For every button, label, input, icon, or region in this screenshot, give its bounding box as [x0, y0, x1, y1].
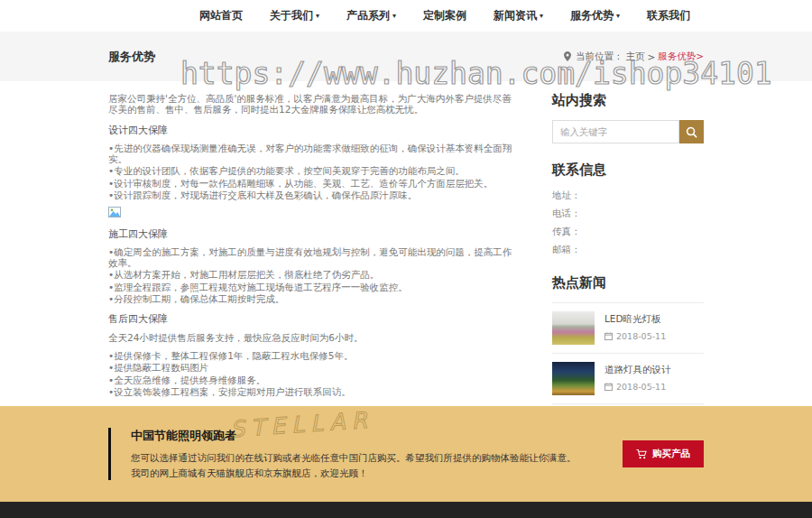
top-nav-bar: 网站首页 关于我们 ▾ 产品系列 ▾ 定制案例 新闻资讯 ▾ 服务优势 ▾ 联系…	[0, 0, 812, 32]
nav-item-label: 新闻资讯	[494, 8, 537, 23]
nav-item-label: 服务优势	[570, 8, 614, 23]
chevron-down-icon: ▾	[316, 12, 319, 20]
nav-item-label: 关于我们	[270, 8, 313, 23]
chevron-down-icon: ▾	[616, 12, 620, 20]
bullet-item: •先进的仪器确保现场测量准确无误，对客户的功能需求做细致的征询，确保设计基本资料…	[108, 143, 520, 165]
section-heading: 施工四大保障	[108, 229, 520, 241]
contact-line: 传真：	[552, 226, 704, 238]
footer	[0, 502, 812, 518]
bullet-item: •提供保修卡，整体工程保修1年，隐蔽工程水电保修5年。	[108, 350, 520, 361]
contact-line: 电话：	[552, 208, 704, 220]
chevron-down-icon: ▾	[540, 12, 543, 20]
main-nav: 网站首页 关于我们 ▾ 产品系列 ▾ 定制案例 新闻资讯 ▾ 服务优势 ▾ 联系…	[108, 8, 704, 23]
banner-description: 您可以选择通过访问我们的在线订购或者光临任意中国门店购买。希望我们所提供的购物体…	[131, 450, 582, 480]
news-item[interactable]: 道路灯具的设计 2018-05-11	[552, 353, 704, 403]
nav-item[interactable]: 服务优势 ▾	[557, 8, 633, 23]
search-button[interactable]	[679, 120, 704, 143]
contact-section-title: 联系信息	[552, 162, 704, 179]
buy-button-label: 购买产品	[652, 448, 690, 460]
bullet-item: •设计跟踪制度，对现场进行交底和大样及色彩确认，确保作品原汁原味。	[108, 190, 520, 200]
breadcrumb-home-link[interactable]: 主页	[625, 51, 644, 63]
news-item[interactable]: LED暗光灯板 2018-05-11	[552, 302, 704, 353]
search-section-title: 站内搜索	[552, 92, 704, 109]
news-title[interactable]: 道路灯具的设计	[604, 364, 671, 375]
news-date: 2018-05-11	[604, 331, 666, 341]
news-thumbnail[interactable]	[552, 311, 595, 345]
breadcrumb: 当前位置： 主页 > 服务优势>	[564, 51, 704, 63]
bullet-item: •分段控制工期，确保总体工期按时完成。	[108, 293, 520, 304]
breadcrumb-current-link[interactable]: 服务优势>	[658, 51, 704, 63]
nav-item[interactable]: 定制案例	[410, 8, 480, 23]
bullet-item: •监理全程跟踪，参照工程规范对施工现场每道工艺程序一一验收监控。	[108, 282, 520, 292]
map-marker-icon	[564, 51, 571, 61]
section-heading: 设计四大保障	[108, 125, 520, 137]
breadcrumb-label: 当前位置：	[576, 51, 623, 63]
news-list: LED暗光灯板 2018-05-11 道路灯具的设计 2018-05-11 现代…	[552, 302, 704, 406]
news-date-text: 2018-05-11	[616, 331, 666, 341]
news-thumbnail[interactable]	[552, 362, 595, 395]
article: 居家公司秉持'全方位、高品质'的服务标准，以客户满意为最高目标，为广大海内外客户…	[108, 87, 520, 406]
search-icon	[686, 126, 697, 138]
main-area: 居家公司秉持'全方位、高品质'的服务标准，以客户满意为最高目标，为广大海内外客户…	[108, 81, 704, 406]
broken-image-icon	[108, 207, 520, 219]
search-box	[552, 120, 704, 143]
bullet-item: •设立装饰装修工程档案，安排定期对用户进行联系回访。	[108, 386, 520, 397]
contact-list: 地址： 电话： 传真： 邮箱：	[552, 190, 704, 256]
calendar-icon	[604, 383, 613, 391]
promo-banner: STELLAR 中国节能照明领跑者 您可以选择通过访问我们的在线订购或者光临任意…	[0, 406, 812, 502]
bullet-list: •先进的仪器确保现场测量准确无误，对客户的功能需求做细致的征询，确保设计基本资料…	[108, 143, 520, 201]
article-paragraph: 居家公司秉持'全方位、高品质'的服务标准，以客户满意为最高目标，为广大海内外客户…	[108, 93, 520, 116]
article-paragraph: 全天24小时提供售后服务支持，最快应急反应时间为6小时。	[108, 332, 520, 343]
breadcrumb-separator: >	[647, 51, 655, 62]
nav-item[interactable]: 网站首页	[186, 8, 256, 23]
calendar-icon	[604, 332, 613, 340]
bullet-list: •确定周全的施工方案，对施工的质量与进度有效地规划与控制，避免可能出现的问题，提…	[108, 246, 520, 305]
bullet-item: •确定周全的施工方案，对施工的质量与进度有效地规划与控制，避免可能出现的问题，提…	[108, 246, 520, 269]
news-title[interactable]: LED暗光灯板	[604, 313, 666, 325]
bullet-item: •专业的设计团队，依据客户提供的功能要求，按空间美观穿于完善的功能布局之间。	[108, 165, 520, 176]
news-body: LED暗光灯板 2018-05-11	[604, 311, 666, 345]
bullet-item: •设计审核制度，对每一款作品精雕细琢，从功能、美观、工艺、造价等几个方面层层把关…	[108, 178, 520, 189]
nav-item-label: 产品系列	[346, 8, 390, 23]
nav-item[interactable]: 新闻资讯 ▾	[480, 8, 557, 23]
contact-line: 邮箱：	[552, 244, 704, 256]
cart-icon	[636, 449, 647, 459]
sidebar: 站内搜索 联系信息 地址： 电话： 传真： 邮箱： 热点新闻 LED暗光灯板 2…	[552, 87, 704, 406]
contact-line: 地址：	[552, 190, 704, 202]
page-title: 服务优势	[108, 49, 155, 65]
search-input[interactable]	[552, 120, 679, 143]
breadcrumb-bar: 服务优势 当前位置： 主页 > 服务优势>	[0, 32, 812, 81]
banner-text-block: 中国节能照明领跑者 您可以选择通过访问我们的在线订购或者光临任意中国门店购买。希…	[108, 428, 582, 480]
buy-product-button[interactable]: 购买产品	[623, 440, 704, 467]
news-date-text: 2018-05-11	[616, 382, 666, 392]
nav-item-label: 定制案例	[423, 8, 466, 23]
nav-item[interactable]: 产品系列 ▾	[333, 8, 410, 23]
bullet-item: •全天应急维修，提供终身维修服务。	[108, 375, 520, 385]
bullet-item: •从选材方案开始，对施工用材层层把关，彻底杜绝了伪劣产品。	[108, 269, 520, 280]
section-heading: 售后四大保障	[108, 314, 520, 326]
banner-title: 中国节能照明领跑者	[131, 428, 582, 444]
nav-item[interactable]: 关于我们 ▾	[256, 8, 333, 23]
news-body: 道路灯具的设计 2018-05-11	[604, 362, 671, 395]
chevron-down-icon: ▾	[392, 12, 396, 20]
nav-item-label: 联系我们	[647, 8, 690, 23]
news-section-title: 热点新闻	[552, 274, 704, 291]
news-date: 2018-05-11	[604, 382, 671, 392]
nav-item-label: 网站首页	[199, 8, 243, 23]
bullet-item: •提供隐蔽工程数码图片	[108, 362, 520, 373]
bullet-list: •提供保修卡，整体工程保修1年，隐蔽工程水电保修5年。•提供隐蔽工程数码图片•全…	[108, 350, 520, 398]
nav-item[interactable]: 联系我们	[633, 8, 704, 23]
